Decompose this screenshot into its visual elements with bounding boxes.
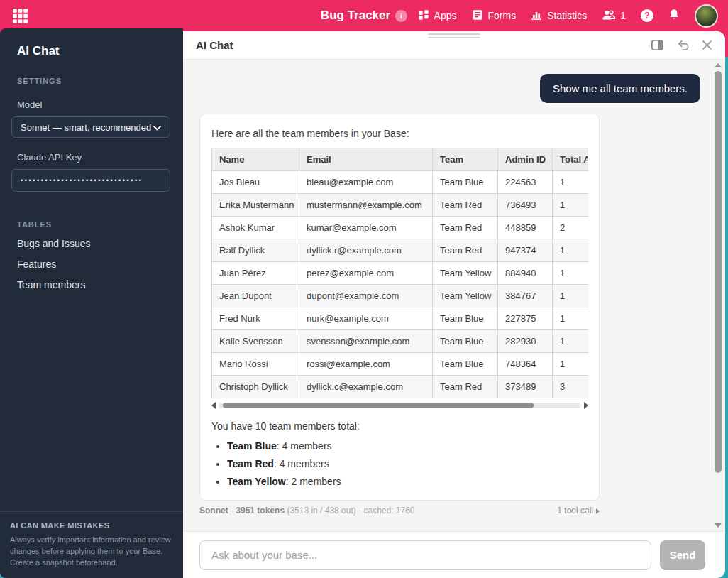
dock-panel-icon[interactable] (651, 38, 664, 52)
table-cell: Team Red (433, 217, 498, 239)
sidebar-table-team-members[interactable]: Team members (11, 270, 172, 290)
table-row: Christoph Dyllickdyllick.c@example.comTe… (212, 376, 589, 398)
table-cell: 947374 (498, 239, 553, 262)
message-composer: Send (183, 531, 725, 578)
table-cell: 1 (553, 262, 589, 285)
table-row: Fred Nurknurk@example.comTeam Blue227875… (212, 307, 589, 330)
table-row: Ashok Kumarkumar@example.comTeam Red4488… (212, 217, 589, 239)
chat-scroll-area: Show me all team members. Here are all t… (183, 60, 725, 531)
base-title-text: Bug Tracker (321, 9, 390, 23)
team-count-item: Team Blue: 4 members (227, 440, 588, 452)
table-cell: dyllick.c@example.com (299, 376, 433, 398)
drag-handle[interactable] (428, 33, 480, 40)
table-header-cell: Name (212, 148, 299, 171)
table-cell: Juan Pérez (212, 262, 299, 285)
table-row: Mario Rossirossi@example.comTeam Blue748… (212, 353, 589, 376)
table-row: Kalle Svenssonsvensson@example.comTeam B… (212, 330, 589, 353)
api-key-field[interactable]: •••••••••••••••••••••••••••••• (11, 169, 170, 192)
ai-disclaimer-title: AI CAN MAKE MISTAKES (10, 521, 173, 530)
expand-arrow-icon (596, 508, 600, 514)
table-cell: Team Blue (433, 353, 498, 376)
scroll-up-arrow-icon[interactable] (715, 63, 722, 67)
collaborators-button[interactable]: 1 (602, 9, 626, 23)
table-cell: rossi@example.com (299, 353, 433, 376)
ai-disclaimer: AI CAN MAKE MISTAKES Always verify impor… (0, 511, 183, 578)
undo-icon[interactable] (676, 39, 690, 51)
apps-menu-button[interactable]: Apps (418, 9, 457, 23)
forms-icon (472, 9, 483, 23)
scroll-left-arrow-icon[interactable] (211, 402, 216, 409)
table-cell: 1 (553, 307, 589, 330)
info-icon[interactable]: i (395, 10, 407, 22)
assistant-summary-text: You have 10 team members total: (211, 420, 588, 432)
table-cell: Erika Mustermann (212, 194, 299, 217)
model-label: Model (11, 85, 172, 110)
table-cell: Kalle Svensson (212, 330, 299, 353)
team-count-item: Team Yellow: 2 members (227, 476, 588, 487)
vertical-scroll-thumb[interactable] (715, 71, 722, 473)
table-horizontal-scrollbar[interactable] (211, 400, 588, 410)
table-row: Juan Pérezperez@example.comTeam Yellow88… (212, 262, 589, 285)
help-icon: ? (641, 9, 653, 22)
table-cell: Team Blue (433, 307, 498, 330)
help-button[interactable]: ? (641, 9, 653, 22)
team-count-list: Team Blue: 4 membersTeam Red: 4 membersT… (227, 440, 588, 487)
table-cell: 282930 (498, 330, 553, 353)
notifications-button[interactable] (668, 9, 680, 23)
table-cell: Ralf Dyllick (212, 239, 299, 262)
chat-vertical-scrollbar[interactable] (713, 61, 723, 530)
table-cell: mustermann@example.com (299, 194, 433, 217)
close-icon[interactable] (702, 40, 712, 50)
tool-call-toggle[interactable]: 1 tool call (557, 506, 600, 516)
message-meta-row: Sonnet · 3951 tokens (3513 in / 438 out)… (199, 506, 600, 516)
app-grid-icon[interactable] (11, 6, 29, 25)
table-cell: dupont@example.com (299, 285, 433, 307)
table-cell: 1 (553, 353, 589, 376)
chat-input[interactable] (199, 540, 651, 570)
table-cell: dyllick.r@example.com (299, 239, 433, 262)
model-select-value: Sonnet — smart, recommended (21, 122, 151, 133)
table-row: Ralf Dyllickdyllick.r@example.comTeam Re… (212, 239, 589, 262)
table-cell: 736493 (498, 194, 553, 217)
table-cell: perez@example.com (299, 262, 433, 285)
table-cell: Team Red (433, 194, 498, 217)
user-message-bubble: Show me all team members. (540, 74, 700, 103)
sidebar-title: AI Chat (11, 41, 172, 58)
statistics-menu-button[interactable]: Statistics (531, 9, 587, 23)
table-cell: nurk@example.com (299, 307, 433, 330)
assistant-message-card: Here are all the team members in your Ba… (199, 114, 600, 501)
ai-chat-panel: AI Chat Show me all team mem (183, 31, 725, 578)
table-cell: Christoph Dyllick (212, 376, 299, 398)
base-title: Bug Tracker i (321, 0, 407, 31)
user-avatar[interactable] (695, 4, 718, 28)
sidebar-table-features[interactable]: Features (11, 249, 172, 270)
table-header-cell: Email (299, 148, 433, 171)
table-cell: svensson@example.com (299, 330, 433, 353)
send-button[interactable]: Send (660, 540, 705, 570)
scroll-down-arrow-icon[interactable] (715, 523, 722, 528)
sidebar-table-bugs-and-issues[interactable]: Bugs and Issues (11, 229, 172, 249)
model-select[interactable]: Sonnet — smart, recommended (11, 116, 170, 138)
tables-section-label: TABLES (11, 192, 172, 229)
table-cell: Team Red (433, 376, 498, 398)
panel-header: AI Chat (183, 31, 725, 60)
table-cell: Mario Rossi (212, 353, 299, 376)
horizontal-scroll-thumb[interactable] (223, 403, 534, 408)
ai-disclaimer-body: Always verify important information and … (10, 535, 173, 569)
table-row: Erika Mustermannmustermann@example.comTe… (212, 194, 589, 217)
table-cell: 2 (553, 217, 589, 239)
table-cell: Ashok Kumar (212, 217, 299, 239)
statistics-icon (531, 9, 542, 23)
table-cell: 3 (553, 376, 589, 398)
ai-chat-sidebar: AI Chat SETTINGS Model Sonnet — smart, r… (0, 28, 183, 578)
table-header-cell: Total Ass (553, 148, 589, 171)
table-cell: Jos Bleau (212, 171, 299, 194)
table-cell: 448859 (498, 217, 553, 239)
scroll-right-arrow-icon[interactable] (584, 402, 588, 409)
panel-title: AI Chat (196, 39, 233, 51)
table-cell: 1 (553, 285, 589, 307)
forms-menu-button[interactable]: Forms (472, 9, 517, 23)
table-cell: 1 (553, 194, 589, 217)
settings-section-label: SETTINGS (11, 58, 172, 85)
table-cell: Team Yellow (433, 262, 498, 285)
